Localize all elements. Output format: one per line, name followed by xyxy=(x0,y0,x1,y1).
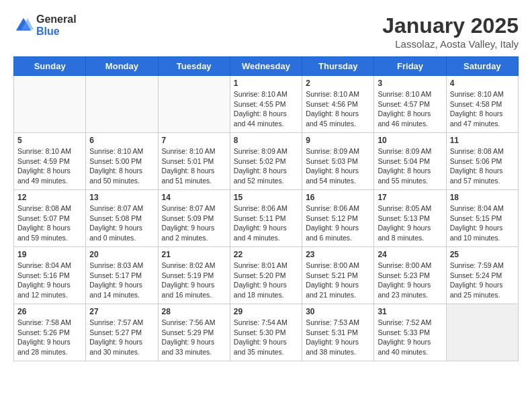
day-number: 2 xyxy=(306,79,370,88)
day-number: 17 xyxy=(378,193,442,202)
title-section: January 2025 Lassolaz, Aosta Valley, Ita… xyxy=(382,13,519,50)
day-header-saturday: Saturday xyxy=(446,57,518,76)
day-number: 10 xyxy=(378,136,442,145)
day-number: 28 xyxy=(162,307,226,316)
cell-content: Sunrise: 7:52 AM Sunset: 5:33 PM Dayligh… xyxy=(378,318,442,357)
day-number: 12 xyxy=(17,193,82,202)
day-number: 13 xyxy=(89,193,154,202)
week-row-2: 5Sunrise: 8:10 AM Sunset: 4:59 PM Daylig… xyxy=(14,133,519,190)
cell-content: Sunrise: 8:10 AM Sunset: 4:55 PM Dayligh… xyxy=(234,89,298,129)
day-number: 16 xyxy=(306,193,370,202)
calendar-cell xyxy=(14,76,86,133)
cell-content: Sunrise: 8:09 AM Sunset: 5:02 PM Dayligh… xyxy=(234,146,298,186)
calendar-cell: 1Sunrise: 8:10 AM Sunset: 4:55 PM Daylig… xyxy=(230,76,302,133)
calendar-cell: 12Sunrise: 8:08 AM Sunset: 5:07 PM Dayli… xyxy=(14,190,86,247)
calendar-cell: 5Sunrise: 8:10 AM Sunset: 4:59 PM Daylig… xyxy=(14,133,86,190)
cell-content: Sunrise: 8:00 AM Sunset: 5:21 PM Dayligh… xyxy=(306,261,370,300)
calendar-cell: 25Sunrise: 7:59 AM Sunset: 5:24 PM Dayli… xyxy=(446,247,518,304)
day-number: 31 xyxy=(378,307,442,316)
cell-content: Sunrise: 7:57 AM Sunset: 5:27 PM Dayligh… xyxy=(89,318,154,357)
day-number: 5 xyxy=(17,136,82,145)
day-number: 8 xyxy=(234,136,298,145)
day-number: 11 xyxy=(450,136,515,145)
cell-content: Sunrise: 8:09 AM Sunset: 5:03 PM Dayligh… xyxy=(306,146,370,186)
cell-content: Sunrise: 7:59 AM Sunset: 5:24 PM Dayligh… xyxy=(450,261,515,300)
week-row-1: 1Sunrise: 8:10 AM Sunset: 4:55 PM Daylig… xyxy=(14,76,519,133)
day-number: 23 xyxy=(306,250,370,259)
cell-content: Sunrise: 8:10 AM Sunset: 4:59 PM Dayligh… xyxy=(17,146,82,186)
cell-content: Sunrise: 8:04 AM Sunset: 5:15 PM Dayligh… xyxy=(450,203,515,243)
day-number: 27 xyxy=(89,307,154,316)
calendar-cell: 28Sunrise: 7:56 AM Sunset: 5:29 PM Dayli… xyxy=(158,304,230,361)
calendar-cell: 4Sunrise: 8:10 AM Sunset: 4:58 PM Daylig… xyxy=(446,76,518,133)
calendar-cell: 29Sunrise: 7:54 AM Sunset: 5:30 PM Dayli… xyxy=(230,304,302,361)
cell-content: Sunrise: 7:53 AM Sunset: 5:31 PM Dayligh… xyxy=(306,318,370,357)
day-number: 3 xyxy=(378,79,442,88)
cell-content: Sunrise: 8:04 AM Sunset: 5:16 PM Dayligh… xyxy=(17,261,82,300)
day-header-tuesday: Tuesday xyxy=(158,57,230,76)
day-number: 30 xyxy=(306,307,370,316)
calendar-cell: 26Sunrise: 7:58 AM Sunset: 5:26 PM Dayli… xyxy=(14,304,86,361)
day-number: 25 xyxy=(450,250,515,259)
cell-content: Sunrise: 8:01 AM Sunset: 5:20 PM Dayligh… xyxy=(234,261,298,300)
day-number: 18 xyxy=(450,193,515,202)
cell-content: Sunrise: 8:09 AM Sunset: 5:04 PM Dayligh… xyxy=(378,146,442,186)
logo-icon xyxy=(13,15,34,36)
cell-content: Sunrise: 8:10 AM Sunset: 4:58 PM Dayligh… xyxy=(450,89,515,129)
calendar-cell: 10Sunrise: 8:09 AM Sunset: 5:04 PM Dayli… xyxy=(374,133,446,190)
calendar-cell: 9Sunrise: 8:09 AM Sunset: 5:03 PM Daylig… xyxy=(302,133,374,190)
calendar-cell: 16Sunrise: 8:06 AM Sunset: 5:12 PM Dayli… xyxy=(302,190,374,247)
header-row: SundayMondayTuesdayWednesdayThursdayFrid… xyxy=(14,57,519,76)
day-number: 14 xyxy=(162,193,226,202)
cell-content: Sunrise: 8:08 AM Sunset: 5:06 PM Dayligh… xyxy=(450,146,515,186)
day-number: 6 xyxy=(89,136,154,145)
day-number: 1 xyxy=(234,79,298,88)
calendar-cell xyxy=(86,76,158,133)
cell-content: Sunrise: 8:10 AM Sunset: 4:56 PM Dayligh… xyxy=(306,89,370,129)
logo: General Blue xyxy=(13,13,77,37)
header: General Blue January 2025 Lassolaz, Aost… xyxy=(13,13,519,50)
calendar-cell xyxy=(158,76,230,133)
day-number: 15 xyxy=(234,193,298,202)
week-row-4: 19Sunrise: 8:04 AM Sunset: 5:16 PM Dayli… xyxy=(14,247,519,304)
calendar-cell: 21Sunrise: 8:02 AM Sunset: 5:19 PM Dayli… xyxy=(158,247,230,304)
calendar-cell: 19Sunrise: 8:04 AM Sunset: 5:16 PM Dayli… xyxy=(14,247,86,304)
calendar-cell: 18Sunrise: 8:04 AM Sunset: 5:15 PM Dayli… xyxy=(446,190,518,247)
day-number: 26 xyxy=(17,307,82,316)
day-number: 4 xyxy=(450,79,515,88)
calendar-cell: 22Sunrise: 8:01 AM Sunset: 5:20 PM Dayli… xyxy=(230,247,302,304)
day-header-wednesday: Wednesday xyxy=(230,57,302,76)
cell-content: Sunrise: 7:58 AM Sunset: 5:26 PM Dayligh… xyxy=(17,318,82,357)
cell-content: Sunrise: 8:10 AM Sunset: 5:01 PM Dayligh… xyxy=(162,146,226,186)
cell-content: Sunrise: 8:07 AM Sunset: 5:09 PM Dayligh… xyxy=(162,203,226,243)
week-row-5: 26Sunrise: 7:58 AM Sunset: 5:26 PM Dayli… xyxy=(14,304,519,361)
cell-content: Sunrise: 8:10 AM Sunset: 4:57 PM Dayligh… xyxy=(378,89,442,129)
calendar-table: SundayMondayTuesdayWednesdayThursdayFrid… xyxy=(13,56,519,361)
calendar-cell: 17Sunrise: 8:05 AM Sunset: 5:13 PM Dayli… xyxy=(374,190,446,247)
calendar-cell: 15Sunrise: 8:06 AM Sunset: 5:11 PM Dayli… xyxy=(230,190,302,247)
cell-content: Sunrise: 7:56 AM Sunset: 5:29 PM Dayligh… xyxy=(162,318,226,357)
calendar-cell: 8Sunrise: 8:09 AM Sunset: 5:02 PM Daylig… xyxy=(230,133,302,190)
calendar-cell: 30Sunrise: 7:53 AM Sunset: 5:31 PM Dayli… xyxy=(302,304,374,361)
day-number: 29 xyxy=(234,307,298,316)
day-header-friday: Friday xyxy=(374,57,446,76)
cell-content: Sunrise: 8:08 AM Sunset: 5:07 PM Dayligh… xyxy=(17,203,82,243)
day-header-thursday: Thursday xyxy=(302,57,374,76)
day-number: 20 xyxy=(89,250,154,259)
logo-general-text: General xyxy=(36,13,77,26)
calendar-cell: 20Sunrise: 8:03 AM Sunset: 5:17 PM Dayli… xyxy=(86,247,158,304)
calendar-cell: 7Sunrise: 8:10 AM Sunset: 5:01 PM Daylig… xyxy=(158,133,230,190)
calendar-cell: 27Sunrise: 7:57 AM Sunset: 5:27 PM Dayli… xyxy=(86,304,158,361)
day-number: 24 xyxy=(378,250,442,259)
calendar-cell: 11Sunrise: 8:08 AM Sunset: 5:06 PM Dayli… xyxy=(446,133,518,190)
cell-content: Sunrise: 7:54 AM Sunset: 5:30 PM Dayligh… xyxy=(234,318,298,357)
cell-content: Sunrise: 8:06 AM Sunset: 5:12 PM Dayligh… xyxy=(306,203,370,243)
cell-content: Sunrise: 8:10 AM Sunset: 5:00 PM Dayligh… xyxy=(89,146,154,186)
cell-content: Sunrise: 8:07 AM Sunset: 5:08 PM Dayligh… xyxy=(89,203,154,243)
calendar-cell: 3Sunrise: 8:10 AM Sunset: 4:57 PM Daylig… xyxy=(374,76,446,133)
calendar-cell: 24Sunrise: 8:00 AM Sunset: 5:23 PM Dayli… xyxy=(374,247,446,304)
calendar-cell: 14Sunrise: 8:07 AM Sunset: 5:09 PM Dayli… xyxy=(158,190,230,247)
day-number: 22 xyxy=(234,250,298,259)
calendar-subtitle: Lassolaz, Aosta Valley, Italy xyxy=(382,38,519,50)
logo-blue-text: Blue xyxy=(36,26,77,38)
